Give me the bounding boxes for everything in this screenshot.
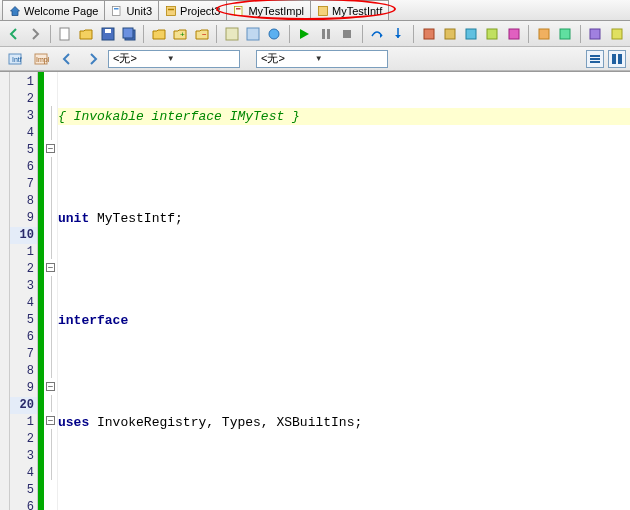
new-button[interactable] [55,24,74,44]
breakpoint-gutter[interactable] [0,72,10,510]
line-number: 8 [10,363,37,380]
code-editor[interactable]: 1 2 3 4 5 6 7 8 9 10 1 2 3 4 5 6 7 8 9 2… [0,71,630,510]
fold-toggle[interactable]: − [46,144,55,153]
svg-rect-21 [445,29,455,39]
nav-impl-button[interactable]: Impl [30,49,52,69]
tab-label: Welcome Page [24,5,98,17]
project-icon [165,5,177,17]
unit-icon [111,5,123,17]
pause-button[interactable] [316,24,335,44]
fold-toggle[interactable]: − [46,263,55,272]
line-number: 1 [10,74,37,91]
open-project-button[interactable] [149,24,168,44]
svg-rect-26 [560,29,570,39]
nav-intf-button[interactable]: Intf [4,49,26,69]
tool-button[interactable] [534,24,553,44]
line-number: 7 [10,176,37,193]
toolbar-separator [362,25,363,43]
code-line: { Invokable interface IMyTest } [58,109,300,124]
line-number: 5 [10,482,37,499]
view-mode-1-button[interactable] [586,50,604,68]
code-area[interactable]: { Invokable interface IMyTest } unit MyT… [58,72,630,510]
svg-rect-20 [424,29,434,39]
view-unit-button[interactable] [222,24,241,44]
open-button[interactable] [77,24,96,44]
tab-project3[interactable]: Project3 [158,0,227,20]
svg-rect-15 [247,28,259,40]
svg-rect-18 [327,29,330,39]
line-number: 5 [10,312,37,329]
tool-button[interactable] [419,24,438,44]
tool-button[interactable] [483,24,502,44]
line-number-gutter: 1 2 3 4 5 6 7 8 9 10 1 2 3 4 5 6 7 8 9 2… [10,72,38,510]
svg-rect-5 [236,8,241,10]
step-into-button[interactable] [389,24,408,44]
svg-rect-1 [114,8,119,10]
tab-mytestintf[interactable]: MyTestIntf [310,0,389,20]
stop-button[interactable] [337,24,356,44]
nav-back-button[interactable] [56,49,78,69]
svg-rect-2 [167,6,176,15]
svg-rect-19 [343,30,351,38]
tool-button[interactable] [586,24,605,44]
svg-text:+: + [180,30,185,39]
svg-rect-27 [590,29,600,39]
tab-unit3[interactable]: Unit3 [104,0,159,20]
svg-rect-17 [322,29,325,39]
add-file-button[interactable]: + [171,24,190,44]
code-line: interface [58,313,128,328]
nav-forward-button[interactable] [82,49,104,69]
svg-text:Intf: Intf [12,56,22,63]
svg-rect-14 [226,28,238,40]
svg-rect-37 [618,54,622,64]
tool-button[interactable] [440,24,459,44]
line-number: 2 [10,91,37,108]
tab-welcome[interactable]: Welcome Page [2,0,105,20]
navigation-bar: Intf Impl <无> ▼ <无> ▼ [0,47,630,71]
tool-button[interactable] [461,24,480,44]
types-combo[interactable]: <无> ▼ [108,50,240,68]
save-button[interactable] [98,24,117,44]
toolbar-separator [143,25,144,43]
step-over-button[interactable] [368,24,387,44]
svg-rect-0 [113,6,121,15]
tab-label: Unit3 [126,5,152,17]
tool-button[interactable] [504,24,523,44]
line-number: 8 [10,193,37,210]
fold-gutter[interactable]: − − − − [44,72,58,510]
methods-combo[interactable]: <无> ▼ [256,50,388,68]
tab-label: MyTestImpl [248,5,304,17]
save-all-button[interactable] [119,24,138,44]
forward-button[interactable] [25,24,44,44]
unit-icon [233,5,245,17]
toolbar-separator [216,25,217,43]
line-number: 6 [10,499,37,510]
line-number: 20 [10,397,37,414]
line-number: 3 [10,108,37,125]
svg-point-16 [269,29,279,39]
toolbar-separator [50,25,51,43]
svg-text:Impl: Impl [36,56,49,64]
line-number: 1 [10,414,37,431]
svg-rect-35 [590,61,600,63]
svg-rect-11 [123,28,133,38]
fold-toggle[interactable]: − [46,382,55,391]
main-toolbar: + − [0,21,630,47]
remove-file-button[interactable]: − [192,24,211,44]
toggle-form-button[interactable] [265,24,284,44]
code-line [58,465,630,482]
tab-mytestimpl[interactable]: MyTestImpl [226,0,311,20]
view-mode-2-button[interactable] [608,50,626,68]
back-button[interactable] [4,24,23,44]
tab-label: MyTestIntf [332,5,382,17]
line-number: 2 [10,261,37,278]
tool-button[interactable] [607,24,626,44]
svg-rect-6 [319,6,328,15]
view-form-button[interactable] [243,24,262,44]
fold-toggle[interactable]: − [46,416,55,425]
tool-button[interactable] [555,24,574,44]
svg-rect-4 [235,6,243,15]
svg-rect-24 [509,29,519,39]
run-button[interactable] [295,24,314,44]
line-number: 4 [10,465,37,482]
